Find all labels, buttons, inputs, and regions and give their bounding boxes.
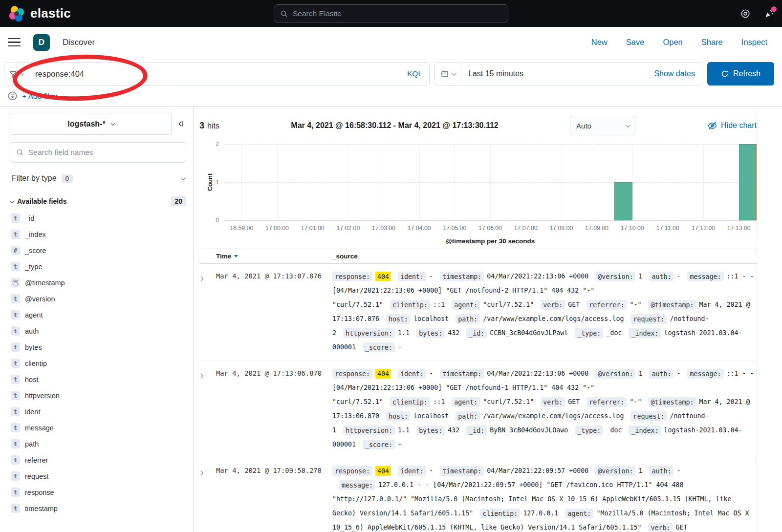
action-new[interactable]: New bbox=[591, 38, 608, 47]
field-search-input[interactable] bbox=[28, 148, 180, 157]
refresh-button[interactable]: Refresh bbox=[707, 62, 774, 85]
menu-icon[interactable] bbox=[8, 38, 21, 46]
expand-row-button[interactable] bbox=[199, 366, 216, 451]
query-string[interactable]: response:404 bbox=[28, 69, 400, 79]
x-tick-label: 17:00:00 bbox=[265, 225, 289, 232]
field-item-ident[interactable]: tident bbox=[10, 404, 186, 420]
kql-language-button[interactable]: KQL bbox=[400, 69, 429, 78]
action-share[interactable]: Share bbox=[701, 38, 723, 47]
source-key: verb: bbox=[541, 397, 565, 407]
chevron-down-icon bbox=[10, 198, 15, 203]
x-tick-label: 17:09:00 bbox=[585, 225, 608, 232]
index-pattern-select[interactable]: logstash-* bbox=[10, 113, 172, 135]
field-item-timestamp[interactable]: ttimestamp bbox=[10, 500, 186, 516]
field-item-_id[interactable]: t_id bbox=[10, 210, 186, 226]
field-item-@version[interactable]: t@version bbox=[10, 291, 186, 307]
source-key: ident: bbox=[398, 272, 426, 281]
global-search-input[interactable] bbox=[293, 9, 502, 18]
field-item-bytes[interactable]: tbytes bbox=[10, 339, 186, 355]
source-key: httpversion: bbox=[343, 426, 395, 435]
table-row: Mar 4, 2021 @ 17:09:58.278response:404id… bbox=[199, 458, 757, 532]
time-column-header[interactable]: Time bbox=[216, 253, 332, 260]
source-key: timestamp: bbox=[440, 466, 484, 476]
field-name: clientip bbox=[25, 360, 47, 367]
source-key: clientip: bbox=[390, 300, 430, 310]
field-item-_type[interactable]: t_type bbox=[10, 258, 186, 275]
x-tick-label: 17:06:00 bbox=[478, 225, 502, 232]
field-item-agent[interactable]: tagent bbox=[10, 307, 186, 323]
text-type-icon: t bbox=[11, 230, 20, 239]
elastic-logo-icon bbox=[8, 5, 25, 22]
doc-table: Time _source Mar 4, 2021 @ 17:13:07.876r… bbox=[199, 249, 757, 532]
source-key: _score: bbox=[363, 440, 395, 449]
field-item-message[interactable]: tmessage bbox=[10, 420, 186, 436]
source-key: verb: bbox=[648, 523, 673, 532]
source-key: bytes: bbox=[416, 328, 445, 338]
chevron-down-icon bbox=[110, 121, 115, 126]
text-type-icon: t bbox=[11, 359, 20, 368]
query-input[interactable]: response:404 KQL bbox=[4, 62, 430, 85]
field-item-referrer[interactable]: treferrer bbox=[10, 452, 186, 468]
field-name: message bbox=[25, 424, 54, 432]
action-open[interactable]: Open bbox=[663, 38, 682, 47]
field-item-_score[interactable]: #_score bbox=[10, 242, 186, 258]
text-type-icon: t bbox=[11, 407, 20, 416]
source-key: ident: bbox=[398, 369, 426, 379]
available-fields-header[interactable]: Available fields 20 bbox=[10, 196, 186, 206]
field-item-auth[interactable]: tauth bbox=[10, 323, 186, 339]
date-picker[interactable]: Last 15 minutes Show dates bbox=[434, 62, 702, 85]
filter-by-type-dropdown[interactable]: Filter by type 0 bbox=[10, 168, 186, 189]
text-type-icon: t bbox=[11, 310, 20, 319]
calendar-icon bbox=[441, 70, 449, 78]
source-key: path: bbox=[456, 314, 480, 324]
x-tick-label: 17:01:00 bbox=[301, 225, 325, 232]
sort-desc-icon bbox=[234, 255, 238, 257]
field-search[interactable] bbox=[10, 142, 186, 163]
hide-chart-button[interactable]: Hide chart bbox=[708, 121, 757, 130]
action-inspect[interactable]: Inspect bbox=[741, 38, 767, 47]
source-cell: response:404ident:-timestamp:04/Mar/2021… bbox=[332, 366, 757, 451]
source-value: /var/www/example.com/logs/access.log bbox=[483, 412, 624, 420]
elastic-logo[interactable]: elastic bbox=[8, 5, 71, 22]
date-quick-menu-button[interactable] bbox=[435, 63, 461, 85]
expand-row-button[interactable] bbox=[199, 464, 216, 532]
interval-select[interactable]: Auto bbox=[570, 116, 635, 135]
expand-row-button[interactable] bbox=[199, 269, 216, 354]
fields-sidebar: logstash-* Filter by type 0 Available fi… bbox=[0, 107, 194, 532]
field-item-host[interactable]: thost bbox=[10, 371, 186, 387]
histogram-bar-17:09:30[interactable] bbox=[614, 182, 632, 220]
scrollbar-track[interactable] bbox=[757, 107, 757, 532]
add-filter-button[interactable]: + Add filter bbox=[22, 92, 58, 101]
field-item-httpversion[interactable]: thttpversion bbox=[10, 387, 186, 404]
field-item-@timestamp[interactable]: @timestamp bbox=[10, 275, 186, 291]
source-value: - bbox=[398, 343, 402, 351]
source-key: response: bbox=[332, 369, 372, 379]
y-tick-label: 2 bbox=[216, 141, 219, 148]
field-item-clientip[interactable]: tclientip bbox=[10, 355, 186, 371]
source-value: 1 bbox=[638, 273, 642, 280]
source-value: - bbox=[429, 467, 433, 474]
source-value: ByBN_3cB04dGovJLOawo bbox=[490, 426, 568, 434]
filter-row: + Add filter bbox=[0, 89, 782, 106]
field-item-path[interactable]: tpath bbox=[10, 436, 186, 452]
filter-set-icon[interactable] bbox=[8, 91, 17, 101]
text-type-icon: t bbox=[11, 262, 20, 271]
chevron-down-icon bbox=[626, 123, 630, 128]
field-item-request[interactable]: trequest bbox=[10, 468, 186, 484]
action-save[interactable]: Save bbox=[626, 38, 645, 47]
text-type-icon: t bbox=[11, 504, 20, 513]
global-search[interactable] bbox=[274, 4, 508, 22]
field-item-_index[interactable]: t_index bbox=[10, 226, 186, 242]
time-range-value[interactable]: Last 15 minutes bbox=[461, 69, 647, 78]
saved-query-menu-button[interactable] bbox=[4, 63, 28, 85]
refresh-icon bbox=[721, 70, 729, 78]
doc-table-header: Time _source bbox=[199, 249, 757, 264]
show-dates-button[interactable]: Show dates bbox=[647, 69, 702, 78]
deployment-icon[interactable] bbox=[740, 8, 751, 19]
newsfeed-icon[interactable] bbox=[763, 8, 774, 19]
collapse-sidebar-icon[interactable] bbox=[176, 120, 186, 128]
histogram-bar-17:13:00[interactable] bbox=[739, 144, 757, 220]
field-name: agent bbox=[25, 311, 43, 319]
field-item-response[interactable]: tresponse bbox=[10, 484, 186, 500]
source-key: message: bbox=[339, 480, 375, 490]
